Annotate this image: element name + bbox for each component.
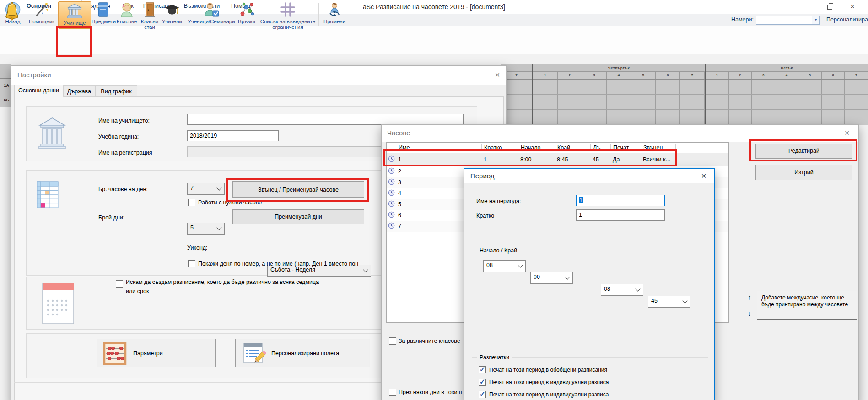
minimize-button[interactable] <box>797 0 818 14</box>
book-icon <box>92 1 114 19</box>
personalize-link[interactable]: Персонализиране <box>826 14 868 26</box>
person-check-icon <box>188 1 235 19</box>
printouts-label: Разпечатки <box>477 354 512 361</box>
end-minute-select[interactable]: 45 <box>648 296 690 308</box>
registration-label: Име на регистрация <box>98 149 152 156</box>
toolbar <box>0 26 868 54</box>
app-logo-bell-icon <box>5 2 19 21</box>
hours-close-icon[interactable]: ✕ <box>842 128 852 138</box>
school-building-icon <box>59 3 91 20</box>
toolbar-relations-button[interactable]: Връзки <box>236 0 257 28</box>
weekend-label: Уикенд: <box>187 244 208 251</box>
period-close-icon[interactable]: ✕ <box>699 171 709 181</box>
start-hour-select[interactable]: 08 <box>483 260 526 272</box>
find-input[interactable] <box>756 16 813 25</box>
toolbar-separator <box>185 3 185 26</box>
for-classes-checkbox[interactable] <box>389 337 396 345</box>
printout-individual2-label: Печат на този период в индивидуални разп… <box>489 391 609 398</box>
toolbar-constraints-button[interactable]: Списък на въведените ограничения <box>259 0 317 28</box>
minimize-icon <box>805 7 810 7</box>
close-button[interactable]: ✕ <box>842 0 863 14</box>
some-days-checkbox[interactable] <box>389 389 396 396</box>
restore-icon <box>827 5 832 10</box>
move-down-icon[interactable]: ↓ <box>745 309 754 319</box>
zero-periods-checkbox[interactable] <box>188 199 195 206</box>
graduation-cap-icon <box>161 1 183 19</box>
clock-icon <box>388 167 395 174</box>
chevron-down-icon <box>682 298 687 303</box>
periods-per-day-select[interactable]: 7 <box>187 183 225 195</box>
chevron-down-icon <box>216 225 221 230</box>
calendar-icon <box>42 283 75 326</box>
toolbar-wizard-button[interactable]: Помощник <box>26 0 58 28</box>
toolbar-changes-button[interactable]: Промени <box>321 0 348 28</box>
person-arrows-icon <box>321 1 348 19</box>
printout-summary-label: Печат на този период в обобщени разписан… <box>489 366 607 373</box>
period-dialog-title: Период <box>470 172 495 180</box>
abacus-icon <box>103 342 127 366</box>
period-short-input[interactable]: 1 <box>576 209 665 221</box>
molecule-icon <box>236 1 257 19</box>
clock-icon <box>388 155 395 162</box>
edit-period-button[interactable]: Редактирай <box>755 144 852 159</box>
move-up-icon[interactable]: ↑ <box>745 293 754 302</box>
chevron-down-icon <box>635 286 640 291</box>
end-hour-select[interactable]: 08 <box>601 284 643 296</box>
printout-individual-label: Печат на този период в индивидуални разп… <box>489 379 609 386</box>
chevron-down-icon <box>363 267 368 272</box>
printout-summary-checkbox[interactable] <box>479 366 486 373</box>
student-icon <box>115 1 138 19</box>
school-name-input[interactable] <box>187 114 464 125</box>
toolbar-teachers-button[interactable]: Учители <box>161 0 183 28</box>
settings-tab-country[interactable]: Държава <box>63 85 95 97</box>
hours-table-header: Име Кратко Начало Край Дъ... Печат Звъне… <box>387 143 728 153</box>
clock-icon <box>388 211 395 218</box>
period-name-input[interactable]: 1 <box>576 195 665 206</box>
parameters-button[interactable]: Параметри <box>97 339 216 367</box>
different-weeks-label: Искам да създам разписание, което да бъд… <box>126 277 327 296</box>
show-day-number-checkbox[interactable] <box>188 260 195 267</box>
clock-icon <box>388 222 395 229</box>
different-weeks-checkbox[interactable] <box>116 280 123 288</box>
clock-icon <box>388 189 395 196</box>
timetable-row-label: 1А <box>0 79 11 93</box>
periods-per-day-label: Бр. часове на ден: <box>98 186 148 193</box>
zero-periods-label: Работи с нулеви часове <box>198 199 262 206</box>
find-label: Намери: <box>731 14 754 26</box>
school-year-input[interactable]: 2018/2019 <box>187 130 279 141</box>
for-classes-label: За различните класове <box>399 337 460 345</box>
delete-period-button[interactable]: Изтрий <box>755 165 852 180</box>
show-day-number-label: Покажи деня по номер, а не по име (напр.… <box>198 260 358 267</box>
custom-fields-icon <box>242 342 266 366</box>
hours-row-1[interactable]: 1 1 8:00 8:45 45 Да Всички к... <box>387 153 728 166</box>
chevron-down-icon <box>216 185 221 190</box>
toolbar-students-seminars-button[interactable]: Ученици/Семинари <box>188 0 235 28</box>
toolbar-classes-button[interactable]: Класове <box>115 0 138 28</box>
restore-button[interactable] <box>819 0 840 14</box>
start-minute-select[interactable]: 00 <box>530 272 573 284</box>
toolbar-subjects-button[interactable]: Предмети <box>92 0 114 28</box>
grid-hash-icon <box>259 1 317 19</box>
timetable-row-label: 6Б <box>0 93 11 107</box>
days-count-label: Брой дни: <box>98 214 124 221</box>
printout-individual2-checkbox[interactable] <box>479 391 486 398</box>
settings-tab-main-data[interactable]: Основни данни <box>14 85 63 97</box>
bell-rename-periods-button[interactable]: Звънец / Преименувай часове <box>232 181 364 198</box>
settings-tab-schedule-type[interactable]: Вид график <box>95 85 137 97</box>
close-icon: ✕ <box>850 3 855 10</box>
hours-dialog-title: Часове <box>387 129 410 137</box>
toolbar-classrooms-button[interactable]: Класни стаи <box>139 0 160 28</box>
rename-days-button[interactable]: Преименувай дни <box>232 209 364 224</box>
toolbar-school-button[interactable]: Училище <box>58 1 91 29</box>
period-dialog: Период ✕ Име на периода: 1 Кратко 1 Нача… <box>464 168 715 400</box>
printout-individual-checkbox[interactable] <box>479 379 486 386</box>
chevron-down-icon <box>565 274 570 279</box>
custom-fields-button[interactable]: Персонализирани полета <box>235 339 370 367</box>
building-large-icon <box>37 115 67 154</box>
app-window: aSc Разписание на часовете 2019 - [docum… <box>0 0 868 400</box>
chevron-down-icon <box>518 262 523 267</box>
school-year-label: Учебна година: <box>98 133 139 140</box>
find-dropdown-button[interactable]: ▾ <box>812 16 820 25</box>
days-count-select[interactable]: 5 <box>187 223 225 235</box>
settings-close-icon[interactable]: ✕ <box>492 70 502 80</box>
